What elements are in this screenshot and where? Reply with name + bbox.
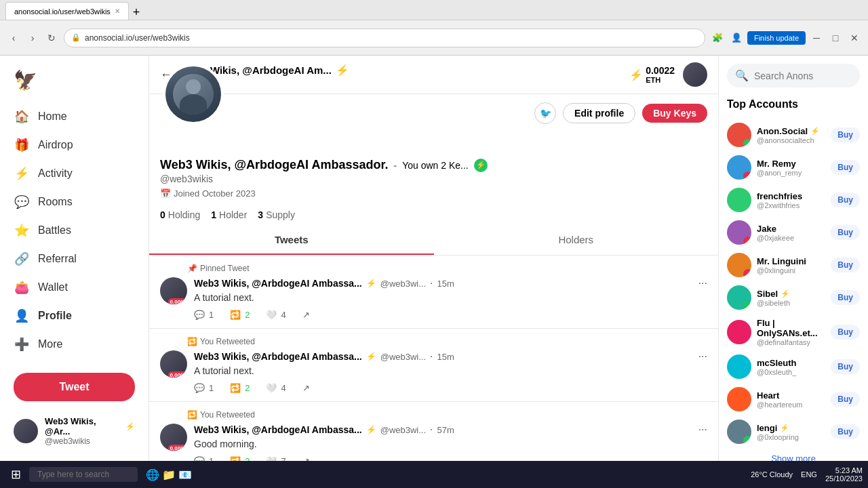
account-avatar[interactable]: ✓ (727, 155, 751, 180)
account-info: Sibel ⚡ @sibeleth (757, 289, 825, 307)
search-input[interactable] (754, 70, 868, 81)
account-avatar[interactable]: ✓ (727, 253, 751, 277)
maximize-button[interactable]: □ (827, 30, 844, 46)
like-button-2[interactable]: 🤍 4 (266, 383, 285, 393)
sidebar-item-profile[interactable]: 👤 Profile (0, 302, 149, 330)
reload-button[interactable]: ↻ (43, 30, 60, 46)
tweet-more-button[interactable]: ··· (698, 277, 707, 289)
account-handle: @anon_remy (757, 169, 825, 177)
sidebar-item-home[interactable]: 🏠 Home (0, 102, 149, 131)
retweet-button-3[interactable]: 🔁 3 (230, 456, 250, 461)
account-avatar[interactable]: ✓ (727, 285, 751, 310)
account-buy-button[interactable]: Buy (831, 192, 860, 207)
show-more-button[interactable]: Show more (727, 448, 860, 461)
account-avatar[interactable] (727, 320, 751, 344)
forward-nav-button[interactable]: › (24, 30, 41, 46)
account-buy-button[interactable]: Buy (831, 424, 860, 439)
lightning-icon: ⚡ (781, 289, 790, 298)
retweet-button[interactable]: 🔁 2 (230, 310, 250, 320)
search-bar[interactable]: 🔍 (727, 64, 860, 87)
tweet-actions-2: 💬 1 🔁 2 🤍 4 (194, 383, 707, 393)
taskbar-mail-icon[interactable]: 📧 (178, 468, 192, 481)
taskbar-files-icon[interactable]: 📁 (162, 468, 176, 481)
twitter-link-button[interactable]: 🐦 (534, 102, 556, 124)
header-avatar (683, 62, 707, 87)
taskbar-search-input[interactable] (29, 467, 138, 482)
reply-button-3[interactable]: 💬 1 (194, 456, 214, 461)
account-info: Jake @0xjakeee (757, 224, 825, 242)
account-buy-button[interactable]: Buy (831, 392, 860, 407)
tweet-text: A tutorial next. (194, 292, 707, 303)
account-buy-button[interactable]: Buy (831, 127, 860, 142)
taskbar-browser-icon[interactable]: 🌐 (146, 468, 159, 481)
edit-profile-button[interactable]: Edit profile (563, 103, 635, 123)
start-button[interactable]: ⊞ (5, 464, 26, 485)
calendar-icon: 📅 (160, 188, 171, 199)
sidebar-item-activity[interactable]: ⚡ Activity (0, 159, 149, 188)
reply-button[interactable]: 💬 1 (194, 310, 214, 320)
wallet-icon: 👛 (14, 280, 30, 295)
back-nav-button[interactable]: ‹ (5, 30, 22, 46)
buy-keys-button[interactable]: Buy Keys (642, 104, 707, 123)
key-price-badge: 0.0005 (168, 298, 187, 304)
account-buy-button[interactable]: Buy (831, 290, 860, 305)
sidebar-item-more[interactable]: ➕ More (0, 330, 149, 359)
finish-update-button[interactable]: Finish update (747, 31, 806, 45)
like-button[interactable]: 🤍 4 (266, 310, 285, 320)
account-avatar[interactable] (727, 387, 751, 411)
retweet-button-2[interactable]: 🔁 2 (230, 383, 250, 393)
tweet-avatar[interactable]: 0.0005 (160, 277, 187, 304)
sidebar-item-rooms[interactable]: 💬 Rooms (0, 188, 149, 216)
account-buy-button[interactable]: Buy (831, 325, 860, 340)
sidebar-bottom-profile[interactable]: Web3 Wikis, @Ar... ⚡ @web3wikis (0, 409, 149, 453)
tweet-more-button-3[interactable]: ··· (698, 424, 707, 436)
account-avatar[interactable] (727, 354, 751, 379)
account-avatar[interactable]: ✓ (727, 220, 751, 245)
tab-tweets[interactable]: Tweets (149, 226, 434, 255)
extensions-button[interactable]: 🧩 (709, 30, 726, 46)
account-name: Sibel ⚡ (757, 289, 825, 299)
profile-button[interactable]: 👤 (728, 30, 745, 46)
account-buy-button[interactable]: Buy (831, 160, 860, 175)
share-button[interactable]: ↗ (302, 310, 310, 320)
search-icon: 🔍 (735, 69, 749, 82)
close-window-button[interactable]: ✕ (846, 30, 863, 46)
tweet-more-button-2[interactable]: ··· (698, 350, 707, 363)
sidebar-avatar (14, 419, 38, 443)
tab-holders[interactable]: Holders (434, 226, 719, 255)
share-icon-3: ↗ (302, 456, 310, 461)
sidebar-item-battles[interactable]: ⭐ Battles (0, 216, 149, 245)
account-buy-button[interactable]: Buy (831, 359, 860, 374)
sidebar-item-wallet[interactable]: 👛 Wallet (0, 273, 149, 302)
tweet-content-2: Web3 Wikis, @ArbdogeAI Ambassa... ⚡ @web… (194, 350, 707, 393)
account-avatar[interactable] (727, 188, 751, 212)
sidebar-item-airdrop[interactable]: 🎁 Airdrop (0, 131, 149, 159)
tweet-avatar-3[interactable]: 0.0005 (160, 424, 187, 451)
account-name: Anon.Social ⚡ (757, 126, 825, 136)
browser-tab[interactable]: anonsocial.io/user/web3wikis ✕ (5, 2, 129, 20)
share-button-2[interactable]: ↗ (302, 383, 310, 393)
account-badge-icon: ✓ (743, 237, 751, 245)
tweet-avatar-2[interactable]: 0.0005 (160, 350, 187, 378)
header-lightning-icon: ⚡ (336, 64, 349, 77)
heart-icon-3: 🤍 (266, 456, 277, 461)
address-bar[interactable]: 🔒 anonsocial.io/user/web3wikis (64, 28, 705, 47)
sidebar-item-referral[interactable]: 🔗 Referral (0, 245, 149, 273)
like-button-3[interactable]: 🤍 7 (266, 456, 285, 461)
tweet-button[interactable]: Tweet (14, 373, 135, 401)
account-badge-icon: ✓ (743, 269, 751, 277)
account-badge-icon: ✓ (743, 171, 751, 180)
account-buy-button[interactable]: Buy (831, 258, 860, 272)
account-info: mcSleuth @0xsleuth_ (757, 358, 825, 376)
tab-close-icon[interactable]: ✕ (115, 7, 120, 15)
sidebar-logo: 🦅 (0, 64, 149, 102)
retweet-label-2: 🔁 You Retweeted (187, 410, 707, 420)
minimize-button[interactable]: ─ (808, 30, 825, 46)
account-buy-button[interactable]: Buy (831, 225, 860, 240)
reply-button-2[interactable]: 💬 1 (194, 383, 214, 393)
share-button-3[interactable]: ↗ (302, 456, 310, 461)
account-avatar[interactable]: ✓ (727, 420, 751, 444)
account-avatar[interactable]: ✓ (727, 123, 751, 147)
new-tab-icon[interactable]: + (129, 5, 144, 20)
temperature-label: 26°C Cloudy (751, 470, 793, 479)
